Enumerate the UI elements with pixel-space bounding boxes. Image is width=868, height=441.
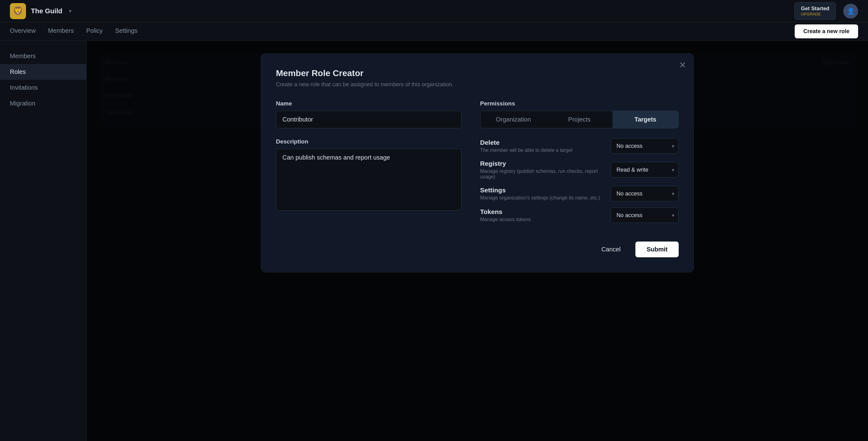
- permission-info-tokens: Tokens Manage access tokens: [480, 208, 611, 222]
- description-label: Description: [276, 138, 462, 145]
- permission-row-delete: Delete The member will be able to delete…: [480, 138, 679, 154]
- name-input[interactable]: [276, 111, 462, 128]
- tab-policy[interactable]: Policy: [86, 27, 103, 36]
- cancel-button[interactable]: Cancel: [593, 242, 629, 257]
- permission-select-registry[interactable]: No access Read only Read & write: [611, 162, 679, 178]
- permission-info-registry: Registry Manage registry (publish schema…: [480, 160, 611, 180]
- permissions-label: Permissions: [480, 100, 679, 107]
- get-started-label: Get Started: [801, 6, 829, 12]
- sidebar-item-invitations[interactable]: Invitations: [0, 80, 86, 96]
- permission-select-tokens[interactable]: No access Read only Read & write: [611, 208, 679, 223]
- permission-name-registry: Registry: [480, 160, 611, 167]
- modal-title: Member Role Creator: [276, 68, 679, 78]
- permission-info-delete: Delete The member will be able to delete…: [480, 139, 611, 153]
- org-logo-icon: 🦁: [10, 3, 26, 19]
- permission-name-tokens: Tokens: [480, 208, 611, 216]
- permission-info-settings: Settings Manage organization's settings …: [480, 187, 611, 201]
- sidebar-item-roles[interactable]: Roles: [0, 64, 86, 80]
- description-textarea[interactable]: Can publish schemas and report usage: [276, 149, 462, 211]
- tab-members[interactable]: Members: [48, 27, 73, 36]
- avatar[interactable]: 👤: [843, 4, 858, 19]
- permission-row-registry: Registry Manage registry (publish schema…: [480, 160, 679, 180]
- permission-row-tokens: Tokens Manage access tokens No access Re…: [480, 208, 679, 223]
- main-layout: Members Roles Invitations Migration Memb…: [0, 41, 868, 441]
- permission-select-delete[interactable]: No access Read only Read & write: [611, 138, 679, 154]
- modal-right-column: Permissions Organization Projects Target…: [480, 100, 679, 229]
- modal-left-column: Name Description Can publish schemas and…: [276, 100, 462, 229]
- permission-name-delete: Delete: [480, 139, 611, 146]
- org-logo-area[interactable]: 🦁 The Guild ▾: [10, 3, 71, 19]
- permission-name-settings: Settings: [480, 187, 611, 194]
- permission-row-settings: Settings Manage organization's settings …: [480, 186, 679, 201]
- permission-select-settings[interactable]: No access Read only Read & write: [611, 186, 679, 201]
- permission-select-wrapper-settings: No access Read only Read & write: [611, 186, 679, 201]
- modal-subtitle: Create a new role that can be assigned t…: [276, 81, 679, 88]
- permission-select-wrapper-delete: No access Read only Read & write: [611, 138, 679, 154]
- submit-button[interactable]: Submit: [636, 242, 679, 257]
- get-started-button[interactable]: Get Started UPGRADE: [795, 2, 836, 20]
- sidebar-item-migration[interactable]: Migration: [0, 96, 86, 111]
- modal-footer: Cancel Submit: [276, 242, 679, 257]
- tab-overview[interactable]: Overview: [10, 27, 36, 36]
- chevron-down-icon: ▾: [69, 8, 71, 14]
- modal-body: Name Description Can publish schemas and…: [276, 100, 679, 229]
- modal-overlay: ✕ Member Role Creator Create a new role …: [87, 41, 868, 441]
- permission-select-wrapper-registry: No access Read only Read & write: [611, 162, 679, 178]
- member-role-creator-modal: ✕ Member Role Creator Create a new role …: [261, 53, 694, 273]
- top-navigation: 🦁 The Guild ▾ Get Started UPGRADE 👤: [0, 0, 868, 22]
- top-nav-right: Get Started UPGRADE 👤: [795, 2, 858, 20]
- permission-select-wrapper-tokens: No access Read only Read & write: [611, 208, 679, 223]
- name-label: Name: [276, 100, 462, 107]
- create-new-role-button[interactable]: Create a new role: [795, 25, 858, 38]
- tab-nav-right: Create a new role: [795, 25, 858, 38]
- org-name: The Guild: [31, 7, 62, 15]
- tab-targets[interactable]: Targets: [613, 111, 678, 128]
- tab-navigation: Overview Members Policy Settings Create …: [0, 22, 868, 41]
- modal-close-button[interactable]: ✕: [679, 61, 686, 70]
- sidebar-item-members[interactable]: Members: [0, 48, 86, 64]
- permission-desc-tokens: Manage access tokens: [480, 217, 611, 222]
- tab-organization[interactable]: Organization: [480, 111, 546, 128]
- tab-projects[interactable]: Projects: [546, 111, 612, 128]
- tab-settings[interactable]: Settings: [115, 27, 137, 36]
- content-area: Members Contributor Total Roles Total Ro…: [87, 41, 868, 441]
- permission-desc-delete: The member will be able to delete a targ…: [480, 148, 611, 153]
- sidebar: Members Roles Invitations Migration: [0, 41, 87, 441]
- permission-desc-settings: Manage organization's settings (change i…: [480, 195, 611, 201]
- upgrade-label: UPGRADE: [801, 12, 821, 17]
- permissions-tabs: Organization Projects Targets: [480, 111, 679, 128]
- permission-desc-registry: Manage registry (publish schemas, run ch…: [480, 168, 611, 180]
